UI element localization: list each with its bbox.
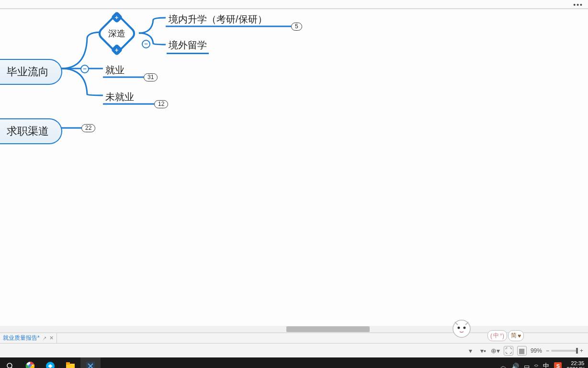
chrome-icon[interactable] [20,357,40,368]
ime-badge-zh[interactable]: (中 °) [487,330,507,341]
node-label: 未就业 [105,92,134,102]
clock-time: 22:35 [566,360,584,366]
zoom-in-icon[interactable]: + [580,347,583,354]
svg-point-2 [464,327,466,329]
ime-badge-jian[interactable]: 简 ♥ [508,330,524,341]
filter-icon[interactable]: ▾ [466,346,475,355]
count-pill[interactable]: 12 [154,100,168,108]
root-label: 毕业流向 [7,66,49,78]
battery-icon[interactable]: ▭ [524,363,530,368]
status-bar: ▾ ▾▪ ⊕▾ ⛶ ▦ 99% − + [0,343,588,357]
connection-lines [0,9,588,333]
more-menu-icon[interactable]: ••• [573,1,583,9]
node-jingwai[interactable]: 境外留学 [167,38,209,54]
document-tab[interactable]: 就业质量报告* ↗ ✕ [0,333,57,343]
search-icon[interactable] [0,357,20,368]
collapse-toggle[interactable]: − [80,65,89,73]
mascot-icon[interactable] [450,316,473,339]
node-jingnei[interactable]: 境内升学（考研/保研） [167,12,269,27]
clock-date: 2021/8/ [566,366,584,368]
count-pill[interactable]: 5 [291,23,302,31]
node-label: 深造 [108,28,125,39]
ime-lang-icon[interactable]: 中 [543,362,549,368]
scrollbar-thumb[interactable] [286,326,370,332]
sogou-icon[interactable]: S [554,362,562,368]
mindmap-app-icon[interactable] [80,357,101,368]
taskbar-clock[interactable]: 22:35 2021/8/ [566,360,584,368]
zoom-percent: 99% [531,347,542,354]
node-label: 境外留学 [169,40,207,50]
svg-point-3 [7,363,12,368]
node-label: 境内升学（考研/保研） [169,14,267,24]
filter-dropdown-icon[interactable]: ▾▪ [479,346,487,355]
wifi-icon[interactable]: ⌔ [534,363,538,368]
root-node-graduation[interactable]: 毕业流向 [0,59,62,85]
node-weijiuye[interactable]: 未就业 [103,90,136,104]
close-icon[interactable]: ✕ [49,335,54,341]
file-explorer-icon[interactable] [60,357,80,368]
zoom-plus-icon[interactable]: ⊕▾ [491,346,500,355]
zoom-slider[interactable]: − + [546,347,583,354]
root-label: 求职渠道 [7,125,49,137]
node-jiuye[interactable]: 就业 [103,63,126,78]
ime-float-bar[interactable]: (中 °) 简 ♥ [487,330,524,341]
volume-icon[interactable]: 🔊 [511,363,519,368]
tab-label: 就业质量报告* [3,334,40,342]
view-icon[interactable]: ▦ [517,346,527,356]
count-pill[interactable]: 31 [144,73,158,81]
tray-chevron-icon[interactable]: ︿ [500,362,507,368]
collapse-toggle[interactable]: − [142,40,150,48]
fit-icon[interactable]: ⛶ [504,346,513,356]
svg-point-1 [458,327,460,329]
windows-taskbar: ︿ 🔊 ▭ ⌔ 中 S 22:35 2021/8/ [0,357,588,368]
zoom-out-icon[interactable]: − [546,347,549,354]
svg-rect-10 [86,362,95,368]
mindmap-canvas[interactable]: 毕业流向 − 求职渠道 22 深造 − 就业 31 未就业 12 境内升学（考研… [0,9,588,333]
root-node-jobchannel[interactable]: 求职渠道 [0,118,62,144]
svg-rect-9 [66,362,70,365]
restore-icon[interactable]: ↗ [43,335,46,341]
count-pill[interactable]: 22 [81,124,95,132]
node-label: 就业 [105,65,124,75]
app-bird-icon[interactable] [40,357,60,368]
